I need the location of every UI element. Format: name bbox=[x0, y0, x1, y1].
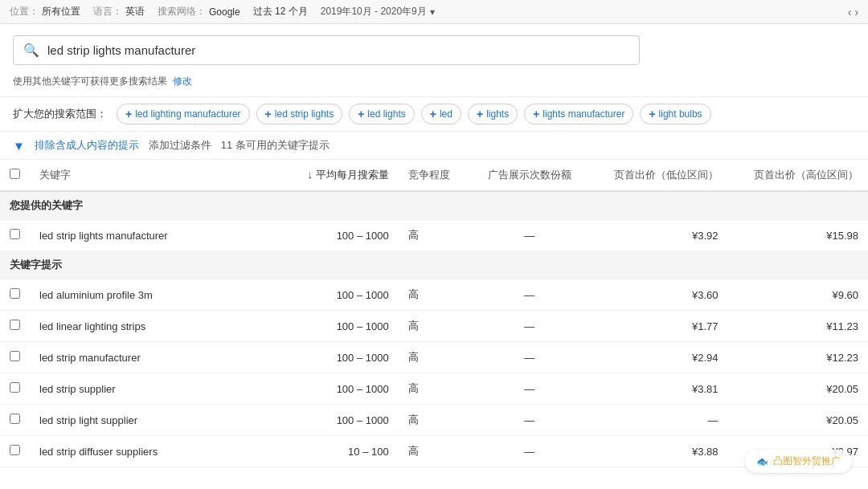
row-imp-0: — bbox=[471, 220, 588, 251]
expand-label: 扩大您的搜索范围： bbox=[13, 107, 107, 121]
sug-checkbox-cell-5 bbox=[0, 436, 30, 467]
period-value: 过去 12 个月 bbox=[253, 5, 308, 18]
filter-bar: ▼ 排除含成人内容的提示 添加过滤条件 11 条可用的关键字提示 bbox=[0, 132, 868, 160]
table-row: led strip diffuser suppliers 10 – 100 高 … bbox=[0, 436, 868, 467]
date-range-value: 2019年10月 - 2020年9月 bbox=[321, 5, 427, 18]
expand-chip-label-0: led lighting manufacturer bbox=[135, 108, 240, 120]
header-bid-high-label: 页首出价（高位区间） bbox=[754, 169, 858, 181]
period-item: 过去 12 个月 bbox=[253, 5, 308, 18]
sug-comp-2: 高 bbox=[399, 342, 472, 373]
sug-checkbox-4[interactable] bbox=[10, 414, 20, 424]
expand-chip-6[interactable]: + light bulbs bbox=[640, 104, 710, 124]
expand-chip-1[interactable]: + led strip lights bbox=[256, 104, 343, 124]
nav-arrows: ‹ › bbox=[848, 6, 858, 18]
row-bid-high-0: ¥15.98 bbox=[728, 220, 868, 251]
header-competition: 竞争程度 bbox=[399, 160, 472, 191]
row-comp-0: 高 bbox=[399, 220, 472, 251]
sug-monthly-3: 100 – 1000 bbox=[285, 373, 399, 405]
sug-imp-3: — bbox=[471, 373, 588, 405]
table-row: led strip lights manufacturer 100 – 1000… bbox=[0, 220, 868, 251]
header-monthly-label: 平均每月搜索量 bbox=[316, 169, 389, 181]
sug-checkbox-1[interactable] bbox=[10, 320, 20, 330]
sug-monthly-4: 100 – 1000 bbox=[285, 405, 399, 436]
expand-chip-0[interactable]: + led lighting manufacturer bbox=[117, 104, 250, 124]
sug-bid-low-5: ¥3.88 bbox=[588, 436, 727, 467]
table-row: led strip supplier 100 – 1000 高 — ¥3.81 … bbox=[0, 373, 868, 405]
header-checkbox-col bbox=[0, 160, 30, 191]
location-item: 位置： 所有位置 bbox=[10, 5, 80, 18]
header-bid-low: 页首出价（低位区间） bbox=[588, 160, 727, 191]
plus-icon-6: + bbox=[649, 108, 655, 120]
sug-comp-4: 高 bbox=[399, 405, 472, 436]
sug-checkbox-cell-0 bbox=[0, 279, 30, 311]
header-monthly-search[interactable]: ↓ 平均每月搜索量 bbox=[285, 160, 399, 191]
expand-chip-label-1: led strip lights bbox=[275, 108, 334, 120]
sug-bid-high-2: ¥12.23 bbox=[728, 342, 868, 373]
sug-monthly-5: 10 – 100 bbox=[285, 436, 399, 467]
add-filter-button[interactable]: 添加过滤条件 bbox=[149, 138, 211, 153]
sug-imp-4: — bbox=[471, 405, 588, 436]
sug-imp-1: — bbox=[471, 311, 588, 342]
watermark-icon: 🐟 bbox=[756, 456, 768, 467]
search-input[interactable] bbox=[47, 43, 629, 57]
sug-imp-2: — bbox=[471, 342, 588, 373]
language-value: 英语 bbox=[125, 5, 145, 18]
header-bid-high: 页首出价（高位区间） bbox=[728, 160, 868, 191]
header-competition-label: 竞争程度 bbox=[408, 169, 450, 181]
table-header-row: 关键字 ↓ 平均每月搜索量 竞争程度 广告展示次数份额 页首出价（低位区间） 页… bbox=[0, 160, 868, 191]
row-bid-low-0: ¥3.92 bbox=[588, 220, 727, 251]
sug-checkbox-3[interactable] bbox=[10, 382, 20, 393]
suggestions-section-label: 关键字提示 bbox=[0, 251, 868, 279]
expand-chip-5[interactable]: + lights manufacturer bbox=[524, 104, 633, 124]
expand-chip-label-6: light bulbs bbox=[659, 108, 702, 120]
header-keyword: 关键字 bbox=[30, 160, 285, 191]
date-dropdown-icon[interactable]: ▾ bbox=[430, 6, 435, 18]
expand-chip-2[interactable]: + led lights bbox=[349, 104, 415, 124]
sug-checkbox-cell-4 bbox=[0, 405, 30, 436]
sug-checkbox-cell-2 bbox=[0, 342, 30, 373]
sug-checkbox-cell-1 bbox=[0, 311, 30, 342]
sug-monthly-1: 100 – 1000 bbox=[285, 311, 399, 342]
plus-icon-3: + bbox=[430, 108, 436, 120]
next-arrow-icon[interactable]: › bbox=[854, 6, 858, 18]
keywords-table: 关键字 ↓ 平均每月搜索量 竞争程度 广告展示次数份额 页首出价（低位区间） 页… bbox=[0, 160, 868, 467]
suggestion-modify-link[interactable]: 修改 bbox=[173, 75, 192, 87]
expand-chip-4[interactable]: + lights bbox=[468, 104, 518, 124]
row-monthly-0: 100 – 1000 bbox=[285, 220, 399, 251]
network-item: 搜索网络： Google bbox=[158, 5, 240, 18]
location-label: 位置： bbox=[10, 5, 39, 18]
provided-section-label: 您提供的关键字 bbox=[0, 191, 868, 220]
sug-keyword-5: led strip diffuser suppliers bbox=[30, 436, 285, 467]
sug-checkbox-0[interactable] bbox=[10, 288, 20, 299]
date-range-item[interactable]: 2019年10月 - 2020年9月 ▾ bbox=[321, 5, 435, 18]
sug-bid-high-4: ¥20.05 bbox=[728, 405, 868, 436]
plus-icon-1: + bbox=[265, 108, 272, 120]
plus-icon-4: + bbox=[477, 108, 483, 120]
sug-keyword-0: led aluminium profile 3m bbox=[30, 279, 285, 311]
exclude-adult-filter[interactable]: 排除含成人内容的提示 bbox=[35, 138, 139, 153]
select-all-checkbox[interactable] bbox=[10, 169, 20, 179]
sug-comp-5: 高 bbox=[399, 436, 472, 467]
sug-bid-low-1: ¥1.77 bbox=[588, 311, 727, 342]
sug-keyword-4: led strip light supplier bbox=[30, 405, 285, 436]
expand-chip-label-4: lights bbox=[486, 108, 509, 120]
sug-comp-3: 高 bbox=[399, 373, 472, 405]
row-keyword-0: led strip lights manufacturer bbox=[30, 220, 285, 251]
header-keyword-label: 关键字 bbox=[39, 169, 71, 181]
expand-chip-label-3: led bbox=[440, 108, 452, 120]
sug-checkbox-2[interactable] bbox=[10, 351, 20, 361]
sug-monthly-2: 100 – 1000 bbox=[285, 342, 399, 373]
language-label: 语言： bbox=[93, 5, 122, 18]
prev-arrow-icon[interactable]: ‹ bbox=[848, 6, 852, 18]
row-checkbox-cell bbox=[0, 220, 30, 251]
search-bar: 🔍 bbox=[13, 35, 640, 65]
plus-icon-2: + bbox=[358, 108, 364, 120]
sug-checkbox-cell-3 bbox=[0, 373, 30, 405]
expand-chip-3[interactable]: + led bbox=[421, 104, 461, 124]
sug-checkbox-5[interactable] bbox=[10, 445, 20, 455]
header-impression-label: 广告展示次数份额 bbox=[488, 169, 571, 181]
row-checkbox-0[interactable] bbox=[10, 229, 20, 239]
search-bar-wrapper: 🔍 bbox=[0, 24, 868, 71]
provided-section-header: 您提供的关键字 bbox=[0, 191, 868, 220]
table-row: led linear lighting strips 100 – 1000 高 … bbox=[0, 311, 868, 342]
